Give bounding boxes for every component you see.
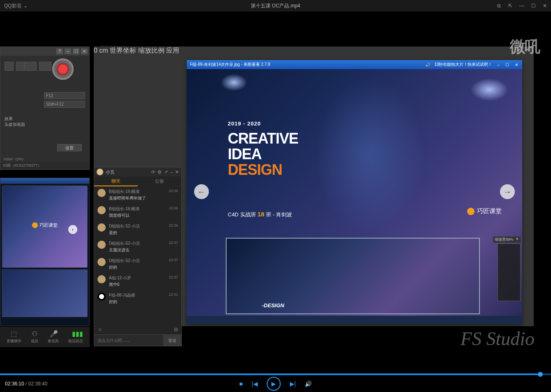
close-icon[interactable]: ✕: [175, 169, 179, 175]
chevron-down-icon: ⌄: [23, 3, 28, 9]
chat-message: D组组长-52-小洁好的22:37: [94, 255, 181, 273]
close-button[interactable]: ✕: [542, 3, 548, 9]
msg-time: 22:36: [169, 189, 178, 193]
attach-icon[interactable]: ⊞: [174, 327, 178, 333]
total-time: 02:39:40: [28, 381, 48, 387]
thumbnail-sub[interactable]: [2, 269, 88, 317]
mode-2[interactable]: [16, 62, 25, 71]
hotkey-2-input[interactable]: [44, 101, 85, 108]
zoom-navigator[interactable]: [498, 244, 521, 301]
zoom-label: 缩放至59% ✕: [493, 237, 521, 243]
next-button[interactable]: ▶|: [290, 380, 296, 387]
viewer-close[interactable]: ✕: [514, 63, 519, 67]
msg-time: 22:37: [169, 275, 178, 279]
maximize-icon[interactable]: ☐: [73, 49, 79, 54]
titlebar: QQ影音 ⌄ 第十五课 OC产品.mp4 ⧉ ⇱ — ☐ ✕: [0, 0, 551, 12]
image-viewer: F组-89-肖剑波14次作业.jpg - 美图看看 2.7.8 🔊 10秒也能拍…: [187, 60, 522, 324]
hero-subtitle: C4D 实战班 18 班 - 肖剑波: [228, 211, 292, 218]
hero-line2: IDEA: [228, 146, 298, 162]
watermark-bottom-right: FS Studio: [461, 328, 535, 350]
play-button[interactable]: ▶: [267, 377, 281, 391]
share-icon[interactable]: ↗: [164, 169, 168, 175]
stop-button[interactable]: ■: [239, 380, 243, 387]
progress-knob[interactable]: [538, 372, 543, 377]
msg-text: 直接吧明年周年做了: [109, 195, 178, 201]
chat-tabs: 聊天 公告: [94, 176, 181, 186]
viewer-min[interactable]: –: [496, 63, 500, 67]
recorder-tool-icons: [24, 62, 51, 71]
chat-messages[interactable]: B组组长-18-顾清直接吧明年周年做了22:36B组组长-18-顾清我觉得可以2…: [94, 186, 181, 330]
chat-input[interactable]: [94, 335, 163, 346]
hotkey-1-input[interactable]: [44, 92, 85, 99]
msg-name: A组-12-小罗: [109, 275, 178, 281]
minimize-button[interactable]: —: [519, 3, 525, 9]
scale-dropdown[interactable]: 缩放比例: [138, 47, 164, 54]
mode-1[interactable]: [5, 62, 14, 71]
speaker-icon[interactable]: 🔊: [425, 63, 430, 67]
minimize-icon[interactable]: –: [170, 169, 173, 175]
msg-avatar: [97, 275, 106, 283]
msg-text: 我觉得可以: [109, 213, 178, 218]
msg-avatar: [97, 258, 106, 266]
halo-2: [220, 73, 248, 92]
refresh-icon[interactable]: ⟳: [151, 169, 155, 175]
current-time: 02:36:10: [5, 381, 24, 387]
msg-text: 主题没进去: [109, 247, 178, 253]
viewer-max[interactable]: ☐: [505, 63, 510, 67]
record-button[interactable]: [52, 58, 74, 80]
send-button[interactable]: 发送: [163, 335, 181, 346]
msg-text: 好的: [109, 299, 178, 305]
msg-name: D组组长-52-小洁: [109, 241, 178, 246]
brand-text: 巧匠课堂: [39, 222, 58, 228]
msg-avatar: [97, 189, 106, 197]
members-button[interactable]: ⚇成员: [31, 330, 38, 344]
viewer-body[interactable]: 2019 - 2020 CREATIVE IDEA DESIGN C4D 实战班…: [187, 69, 522, 316]
app-name[interactable]: QQ影音 ⌄: [4, 2, 28, 9]
chat-message: B组组长-18-顾清我觉得可以22:36: [94, 204, 181, 221]
coord-dropdown[interactable]: 世界坐标: [110, 47, 136, 54]
maximize-button[interactable]: ☐: [530, 3, 536, 9]
prev-image-button[interactable]: ←: [194, 184, 209, 199]
volume-button[interactable]: 🔊: [305, 380, 312, 387]
stream-status-button[interactable]: ▮▮▮推流状态: [68, 330, 83, 344]
progress-fill: [0, 373, 541, 375]
mic-button[interactable]: 🎤麦克风: [48, 330, 59, 344]
hero-line3: DESIGN: [228, 162, 298, 178]
zoom-close-icon[interactable]: ✕: [516, 237, 519, 242]
msg-text: 好的: [109, 264, 178, 270]
codec-label: H264 · CPU: [4, 157, 23, 161]
thumbnail-panel: 巧匠课堂 ›: [0, 178, 90, 326]
thumbnail-main[interactable]: 巧匠课堂 ›: [2, 186, 88, 268]
progress-bar[interactable]: [0, 373, 551, 375]
close-icon[interactable]: ✕: [81, 49, 88, 54]
apply-button[interactable]: 应用: [166, 47, 179, 54]
camera-icon[interactable]: [39, 62, 51, 71]
next-image-button[interactable]: →: [500, 184, 515, 199]
settings-button[interactable]: 设置: [57, 144, 82, 151]
hero-render: [314, 77, 425, 234]
pip-icon[interactable]: ⧉: [496, 3, 502, 9]
help-icon[interactable]: ?: [56, 49, 63, 54]
thumbnail-next[interactable]: ›: [68, 225, 77, 234]
chat-username: 小五: [106, 169, 115, 175]
msg-time: 22:36: [169, 223, 178, 227]
gear-icon[interactable]: ⚙: [157, 169, 162, 175]
folder-icon[interactable]: [24, 62, 37, 71]
prev-button[interactable]: |◀: [252, 380, 258, 387]
halo-1: [469, 77, 510, 102]
chat-message: A组-12-小罗黑中622:37: [94, 273, 181, 290]
chat-message: D组组长-52-小洁主题没进去22:37: [94, 238, 181, 255]
chat-avatar: [97, 169, 103, 175]
msg-name: B组组长-18-顾清: [109, 206, 178, 212]
chat-message: B组组长-18-顾清直接吧明年周年做了22:36: [94, 186, 181, 204]
plugin-button[interactable]: ⬚直播插件: [7, 330, 21, 344]
tab-chat[interactable]: 聊天: [94, 176, 138, 186]
chat-message: F组-88-冯晶棋好的22:41: [94, 290, 181, 307]
msg-avatar: [97, 292, 106, 301]
minimize-icon[interactable]: –: [65, 49, 71, 54]
brand-icon: [32, 222, 38, 228]
tab-announce[interactable]: 公告: [138, 176, 181, 186]
pin-icon[interactable]: ⇱: [507, 3, 513, 9]
preview-strip[interactable]: -DESIGN: [226, 238, 480, 314]
emoji-icon[interactable]: ☺: [97, 327, 102, 333]
